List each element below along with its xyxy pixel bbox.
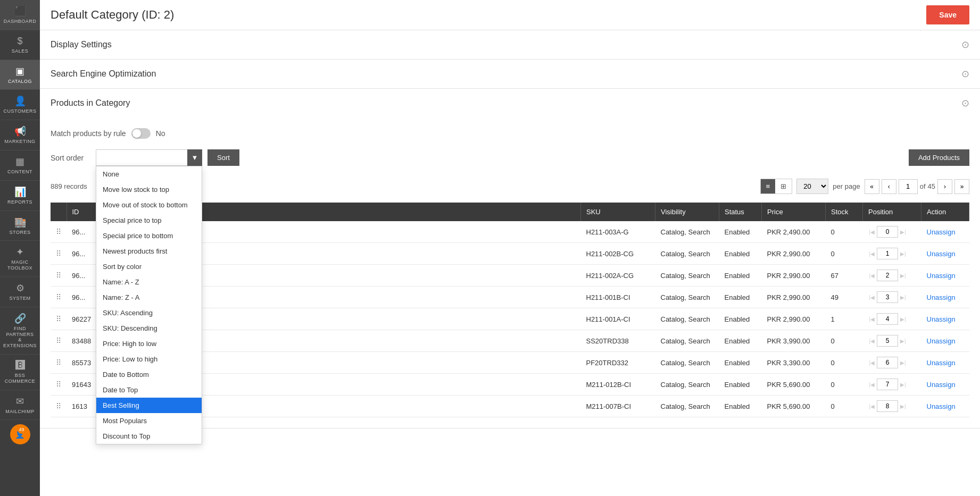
position-next-icon[interactable]: ▶| [899,403,907,409]
position-next-icon[interactable]: ▶| [899,273,907,279]
user-profile-item[interactable]: 👤 49 [0,420,40,449]
position-prev-icon[interactable]: |◀ [868,338,876,344]
position-input[interactable] [877,270,898,281]
sort-option-name-za[interactable]: Name: Z - A [96,290,202,305]
position-next-icon[interactable]: ▶| [899,229,907,235]
unassign-link[interactable]: Unassign [927,272,956,280]
sort-option-special-top[interactable]: Special price to top [96,213,202,228]
position-next-icon[interactable]: ▶| [899,251,907,257]
position-prev-icon[interactable]: |◀ [868,229,876,235]
position-next-icon[interactable]: ▶| [899,338,907,344]
page-first-button[interactable]: « [865,179,879,194]
drag-handle-icon[interactable]: ⠿ [56,337,61,345]
position-next-icon[interactable]: ▶| [899,316,907,322]
unassign-link[interactable]: Unassign [927,293,956,301]
sidebar-item-system[interactable]: ⚙ SYSTEM [0,277,40,307]
display-settings-header[interactable]: Display Settings ⊙ [40,30,980,59]
sidebar-item-find-partners[interactable]: 🔗 FIND PARTNERS& EXTENSIONS [0,307,40,355]
sort-option-date-bottom[interactable]: Date to Bottom [96,367,202,382]
page-next-button[interactable]: › [937,179,952,194]
position-input[interactable] [877,357,898,368]
sidebar-item-catalog[interactable]: ▣ CATALOG [0,60,40,90]
sort-option-most-popular[interactable]: Most Populars [96,413,202,428]
sort-option-sku-desc[interactable]: SKU: Descending [96,321,202,336]
save-button[interactable]: Save [926,5,969,24]
position-next-icon[interactable]: ▶| [899,382,907,388]
position-input[interactable] [877,335,898,347]
position-next-icon[interactable]: ▶| [899,360,907,366]
position-prev-icon[interactable]: |◀ [868,316,876,322]
grid-view-button[interactable]: ⊞ [775,179,792,194]
position-prev-icon[interactable]: |◀ [868,273,876,279]
unassign-link[interactable]: Unassign [927,359,956,367]
product-action-cell: Unassign [921,330,969,352]
drag-handle-icon[interactable]: ⠿ [56,271,61,280]
page-prev-button[interactable]: ‹ [882,179,896,194]
position-input[interactable] [877,226,898,238]
product-status-cell: Enabled [719,265,762,287]
sidebar-item-reports[interactable]: 📊 REPORTS [0,181,40,211]
position-prev-icon[interactable]: |◀ [868,382,876,388]
sort-option-none[interactable]: None [96,166,202,182]
sidebar-item-dashboard[interactable]: ⬛ DASHBOARD [0,0,40,30]
position-prev-icon[interactable]: |◀ [868,295,876,300]
position-input[interactable] [877,291,898,303]
unassign-link[interactable]: Unassign [927,315,956,323]
per-page-select[interactable]: 20 50 100 200 [796,179,828,194]
sort-button[interactable]: Sort [207,149,239,166]
unassign-link[interactable]: Unassign [927,381,956,389]
sort-option-low-stock[interactable]: Move low stock to top [96,182,202,197]
drag-handle-icon[interactable]: ⠿ [56,315,61,323]
unassign-link[interactable]: Unassign [927,402,956,410]
sidebar-item-sales[interactable]: $ SALES [0,30,40,60]
sidebar-item-content[interactable]: ▦ CONTENT [0,150,40,181]
sort-option-discount-top[interactable]: Discount to Top [96,428,202,444]
sidebar-item-bss-commerce[interactable]: 🅱 BSS COMMERCE [0,355,40,390]
sidebar-item-mailchimp[interactable]: ✉ MAILCHIMP [0,390,40,421]
drag-handle-icon[interactable]: ⠿ [56,358,61,367]
add-products-button[interactable]: Add Products [909,149,969,166]
product-position-cell: |◀ ▶| [863,308,921,330]
sidebar-item-stores[interactable]: 🏬 STORES [0,211,40,241]
position-input[interactable] [877,400,898,412]
drag-handle-icon[interactable]: ⠿ [56,228,61,236]
unassign-link[interactable]: Unassign [927,228,956,236]
position-next-icon[interactable]: ▶| [899,295,907,300]
sort-option-best-selling[interactable]: Best Selling [96,398,202,413]
product-stock-cell: 1 [826,308,863,330]
page-last-button[interactable]: » [954,179,969,194]
product-status-cell: Enabled [719,396,762,417]
sidebar-item-marketing[interactable]: 📢 MARKETING [0,120,40,150]
position-input[interactable] [877,379,898,390]
position-prev-icon[interactable]: |◀ [868,251,876,257]
list-view-button[interactable]: ≡ [761,179,776,194]
sort-option-name-az[interactable]: Name: A - Z [96,274,202,290]
drag-handle-icon[interactable]: ⠿ [56,380,61,389]
sort-option-special-bottom[interactable]: Special price to bottom [96,228,202,243]
mailchimp-icon: ✉ [16,396,24,407]
drag-handle-icon[interactable]: ⠿ [56,293,61,301]
match-rule-toggle[interactable] [131,128,151,139]
products-header[interactable]: Products in Category ⊙ [40,89,980,117]
sort-option-sku-asc[interactable]: SKU: Ascending [96,305,202,321]
page-number-input[interactable] [899,179,918,194]
seo-header[interactable]: Search Engine Optimization ⊙ [40,60,980,88]
sidebar-item-customers[interactable]: 👤 CUSTOMERS [0,90,40,120]
sort-option-price-high[interactable]: Price: High to low [96,336,202,351]
unassign-link[interactable]: Unassign [927,250,956,258]
position-prev-icon[interactable]: |◀ [868,403,876,409]
drag-handle-icon[interactable]: ⠿ [56,249,61,258]
position-input[interactable] [877,313,898,325]
sidebar-item-magic-toolbox[interactable]: ✦ MAGICTOOLBOX [0,241,40,277]
product-status-cell: Enabled [719,287,762,308]
position-prev-icon[interactable]: |◀ [868,360,876,366]
sort-option-color[interactable]: Sort by color [96,259,202,274]
sort-option-date-top[interactable]: Date to Top [96,382,202,398]
sort-order-input[interactable]: Most Populars [96,149,202,166]
position-input[interactable] [877,248,898,259]
drag-handle-icon[interactable]: ⠿ [56,402,61,410]
sort-option-out-of-stock[interactable]: Move out of stock to bottom [96,197,202,213]
unassign-link[interactable]: Unassign [927,337,956,345]
sort-option-newest[interactable]: Newest products first [96,243,202,259]
sort-option-price-low[interactable]: Price: Low to high [96,351,202,367]
